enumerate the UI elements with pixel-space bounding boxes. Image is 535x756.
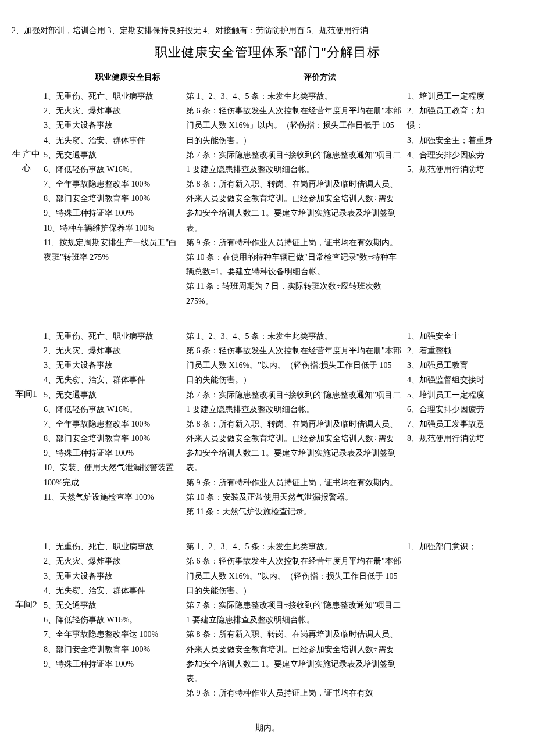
goal-item: 9、特殊工种持证率 100%	[41, 446, 180, 460]
evaluation-item: 第 7 条：实际隐患整改项目÷接收到的"隐患整改通知"项目二 1 要建立隐患排查…	[186, 388, 401, 417]
goal-item: 11、按规定周期安排生产一线员工"白夜班"转班率 275%	[41, 235, 180, 264]
evaluation-item: 第 9 条：所有特种作业人员持证上岗，证书均在有效期内。	[186, 235, 401, 250]
goal-item: 5、无交通事故	[41, 388, 180, 402]
measure-item: 5、培训员工一定程度	[407, 388, 500, 402]
evaluation-item: 第 8 条：所有新入职、转岗、在岗再培训及临时借调人员、外来人员要做安全教育培训…	[186, 177, 401, 235]
goal-item: 5、无交通事故	[41, 148, 180, 162]
goal-item: 3、无重大设备事故	[41, 569, 180, 583]
evaluation-item: 第 7 条：实际隐患整改项目÷接收到的"隐患整改通知"项目二 1 要建立隐患排查…	[186, 148, 401, 177]
evaluation-item: 第 1、2、3、4、5 条：未发生此类事故。	[186, 329, 401, 343]
evaluation-item: 第 1、2、3、4、5 条：未发生此类事故。	[186, 539, 401, 554]
goal-item: 10、特种车辆维护保养率 100%	[41, 221, 180, 235]
evaluation-item: 第 9 条：所有特种作业人员持证上岗，证书均在有效期内。	[186, 475, 401, 490]
goal-item: 1、无重伤、死亡、职业病事故	[41, 89, 180, 103]
department-label: 生 产中心	[12, 89, 41, 175]
goal-item: 9、特殊工种持证率 100%	[41, 206, 180, 220]
goal-item: 3、无重大设备事故	[41, 358, 180, 372]
department-section: 车间21、无重伤、死亡、职业病事故2、无火灾、爆炸事故3、无重大设备事故4、无失…	[12, 539, 523, 700]
goals-column: 1、无重伤、死亡、职业病事故2、无火灾、爆炸事故3、无重大设备事故4、无失窃、治…	[41, 89, 186, 264]
evaluation-item: 第 10 条：在使用的特种车辆已做"日常检查记录"数÷特种车辆总数=1。要建立特…	[186, 250, 401, 279]
goal-item: 5、无交通事故	[41, 598, 180, 612]
goal-item: 6、降低轻伤事故 W16%。	[41, 612, 180, 627]
goal-item: 9、特殊工种持证率 100%	[41, 657, 180, 671]
goal-item: 3、无重大设备事故	[41, 118, 180, 132]
document-title: 职业健康安全管理体系"部门"分解目标	[12, 41, 523, 64]
evaluation-item: 第 11 条：转班周期为 7 日，实际转班次数÷应转班次数275%。	[186, 279, 401, 308]
measure-item: 7、加强员工发事故意	[407, 417, 500, 431]
column-header-evaluation: 评价方法	[209, 70, 430, 84]
evaluation-column: 第 1、2、3、4、5 条：未发生此类事故。第 6 条：轻伤事故发生人次控制在经…	[186, 329, 407, 519]
goal-item: 4、无失窃、治安、群体事件	[41, 583, 180, 598]
footer-text: 期内。	[12, 721, 523, 735]
goal-item: 7、全年事故隐患整改率 100%	[41, 417, 180, 431]
goal-item: 6、降低轻伤事故 W16%。	[41, 162, 180, 177]
goal-item: 4、无失窃、治安、群体事件	[41, 133, 180, 148]
evaluation-item: 第 8 条：所有新入职、转岗、在岗再培训及临时借调人员、外来人员要做安全教育培训…	[186, 627, 401, 686]
goal-item: 4、无失窃、治安、群体事件	[41, 372, 180, 387]
goals-column: 1、无重伤、死亡、职业病事故2、无火灾、爆炸事故3、无重大设备事故4、无失窃、治…	[41, 329, 186, 504]
evaluation-item: 第 7 条：实际隐患整改项目÷接收到的"隐患整改通知"项目二 1 要建立隐患排查…	[186, 598, 401, 627]
column-headers-row: 职业健康安全目标 评价方法	[12, 70, 523, 84]
goal-item: 11、天然气炉设施检查率 100%	[41, 490, 180, 504]
evaluation-item: 第 11 条：天然气炉设施检查记录。	[186, 504, 401, 519]
goal-item: 6、降低轻伤事故 W16%。	[41, 402, 180, 417]
measure-item: 4、合理安排少因疲劳	[407, 148, 500, 162]
department-section: 车间11、无重伤、死亡、职业病事故2、无火灾、爆炸事故3、无重大设备事故4、无失…	[12, 329, 523, 519]
evaluation-item: 第 6 条：轻伤事故发生人次控制在经营年度月平均在册"本部门员工人数 X16%。…	[186, 554, 401, 598]
evaluation-item: 第 8 条：所有新入职、转岗、在岗再培训及临时借调人员、外来人员要做安全教育培训…	[186, 417, 401, 475]
evaluation-item: 第 1、2、3、4、5 条：未发生此类事故。	[186, 89, 401, 103]
evaluation-item: 第 6 条：轻伤事故发生人次控制在经营年度月平均在册"本部门员工人数 X16%。…	[186, 343, 401, 388]
goal-item: 1、无重伤、死亡、职业病事故	[41, 539, 180, 554]
goal-item: 8、部门安全培训教育率 100%	[41, 191, 180, 206]
column-header-goals: 职业健康安全目标	[47, 70, 209, 84]
goal-item: 2、无火灾、爆炸事故	[41, 554, 180, 568]
goal-item: 7、全年事故隐患整改率达 100%	[41, 627, 180, 642]
evaluation-column: 第 1、2、3、4、5 条：未发生此类事故。第 6 条：轻伤事故发生人次控制在经…	[186, 539, 407, 700]
department-label: 车间2	[12, 539, 41, 611]
evaluation-item: 第 10 条：安装及正常使用天然气泄漏报警器。	[186, 490, 401, 504]
department-section: 生 产中心1、无重伤、死亡、职业病事故2、无火灾、爆炸事故3、无重大设备事故4、…	[12, 89, 523, 309]
goals-column: 1、无重伤、死亡、职业病事故2、无火灾、爆炸事故3、无重大设备事故4、无失窃、治…	[41, 539, 186, 671]
goal-item: 8、部门安全培训教育率 100%	[41, 642, 180, 657]
measure-item: 6、合理安排少因疲劳	[407, 402, 500, 417]
evaluation-item: 第 9 条：所有特种作业人员持证上岗，证书均在有效	[186, 686, 401, 700]
measures-column: 1、培训员工一定程度2、加强员工教育；加惯；3、加强安全主；着重身4、合理安排少…	[407, 89, 500, 177]
measure-item: 1、培训员工一定程度	[407, 89, 500, 103]
evaluation-column: 第 1、2、3、4、5 条：未发生此类事故。第 6 条：轻伤事故发生人次控制在经…	[186, 89, 407, 309]
measure-item: 3、加强安全主；着重身	[407, 133, 500, 148]
goal-item: 2、无火灾、爆炸事故	[41, 103, 180, 118]
measure-item: 2、加强员工教育；加惯；	[407, 103, 500, 132]
measure-item: 4、加强监督组交接时	[407, 372, 500, 387]
goal-item: 8、部门安全培训教育率 100%	[41, 431, 180, 446]
evaluation-item: 第 6 条：轻伤事故发生人次控制在经营年度月平均在册"本部门员工人数 X16%」…	[186, 103, 401, 148]
measure-item: 1、加强部门意识；	[407, 539, 500, 554]
department-label: 车间1	[12, 329, 41, 401]
goal-item: 2、无火灾、爆炸事故	[41, 343, 180, 358]
measure-item: 2、着重整顿	[407, 343, 500, 358]
measures-column: 1、加强部门意识；	[407, 539, 500, 554]
measure-item: 5、规范使用行消防培	[407, 162, 500, 177]
goal-item: 1、无重伤、死亡、职业病事故	[41, 329, 180, 343]
goal-item: 7、全年事故隐患整改率 100%	[41, 177, 180, 191]
measure-item: 8、规范使用行消防培	[407, 431, 500, 446]
header-overflow-text: 2、加强对部训，培训合用 3、定期安排保持良好投无 4、对接触有：劳防防护用百 …	[12, 23, 523, 38]
goal-item: 10、安装、使用天然气泄漏报警装置 100%完成	[41, 460, 180, 489]
measure-item: 3、加强员工教育	[407, 358, 500, 372]
measures-column: 1、加强安全主2、着重整顿3、加强员工教育4、加强监督组交接时5、培训员工一定程…	[407, 329, 500, 446]
measure-item: 1、加强安全主	[407, 329, 500, 343]
